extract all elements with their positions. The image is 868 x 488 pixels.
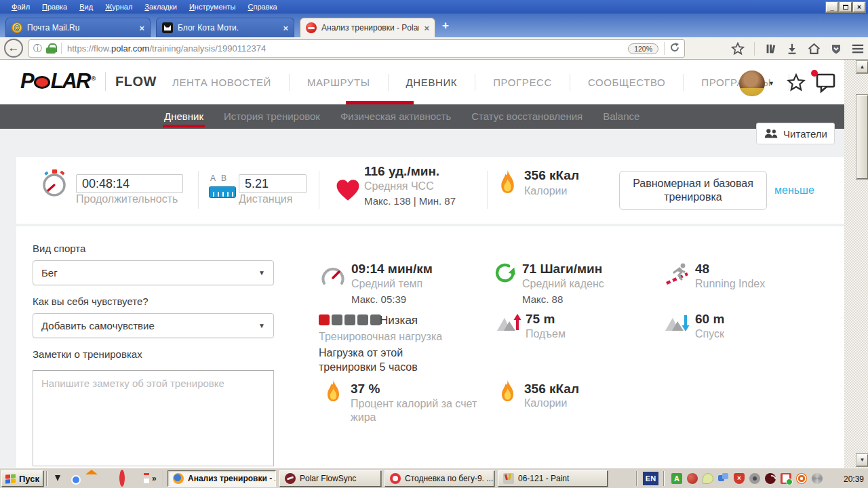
tab-mail-ru[interactable]: @ Почта Mail.Ru ×: [5, 18, 151, 37]
zoom-level-badge[interactable]: 120%: [628, 43, 658, 54]
fat-flame-icon: [326, 380, 341, 405]
tray-sync-check-icon[interactable]: [781, 473, 791, 484]
back-button[interactable]: ←: [4, 39, 23, 58]
subnav-diary[interactable]: Дневник: [163, 106, 205, 127]
sport-select[interactable]: Бег ▼: [33, 260, 274, 285]
readers-button[interactable]: Читатели: [756, 123, 835, 144]
tab-close-icon[interactable]: ×: [139, 24, 144, 33]
scrollbar-down-button[interactable]: ▼: [856, 454, 868, 466]
subnav-history[interactable]: История тренировок: [222, 106, 321, 127]
distance-input[interactable]: [239, 174, 307, 193]
task-button-firefox[interactable]: Анализ тренировки - ...: [167, 470, 276, 487]
training-type-button[interactable]: Равномерная и базовая тренировка: [619, 171, 767, 210]
tab-title: Анализ тренировки - Polar F...: [321, 23, 419, 33]
bookmark-star-icon[interactable]: [731, 42, 745, 56]
firefox-icon: [173, 473, 184, 484]
tray-target-icon[interactable]: [796, 473, 807, 484]
new-tab-button[interactable]: +: [442, 19, 449, 33]
task-label: 06-121 - Paint: [518, 474, 569, 483]
notes-textarea[interactable]: [33, 370, 274, 466]
subnav-recovery[interactable]: Статус восстановления: [470, 106, 584, 127]
messages-bubble-icon[interactable]: [814, 72, 837, 94]
window-minimize-button[interactable]: _: [826, 2, 838, 12]
quicklaunch-opera-icon[interactable]: [119, 470, 125, 487]
feeling-select-value: Добавить самочувствие: [41, 320, 155, 331]
taskbar-clock: 20:39: [844, 474, 864, 484]
feeling-select[interactable]: Добавить самочувствие ▼: [33, 313, 274, 338]
pocket-shield-icon[interactable]: [830, 43, 842, 55]
distance-ruler-icon: [209, 186, 236, 201]
menu-view[interactable]: Вид: [73, 1, 99, 13]
sport-label: Вид спорта: [33, 243, 85, 254]
menu-bookmarks[interactable]: Закладки: [138, 1, 183, 13]
library-icon[interactable]: [764, 43, 776, 55]
favorite-star-icon[interactable]: [787, 73, 806, 95]
cadence-max: Макс. 88: [522, 293, 563, 305]
show-less-link[interactable]: меньше: [774, 184, 814, 197]
page-scrollbar[interactable]: ▲ ▼: [844, 60, 868, 468]
notification-dot: [811, 70, 818, 77]
nav-routes[interactable]: МАРШРУТЫ: [290, 74, 389, 91]
menu-tools[interactable]: Инструменты: [183, 1, 242, 13]
window-close-button[interactable]: ×: [853, 2, 865, 12]
nav-progress[interactable]: ПРОГРЕСС: [475, 74, 570, 91]
tray-swirl-icon[interactable]: [765, 473, 776, 484]
subnav-activity[interactable]: Физическая активность: [339, 106, 452, 127]
tray-webcam-icon[interactable]: [749, 473, 760, 484]
people-icon: [764, 128, 778, 139]
flow-wordmark: FLOW: [115, 74, 157, 89]
downloads-icon[interactable]: [786, 43, 798, 55]
tray-shield-icon[interactable]: ×: [734, 473, 745, 484]
user-avatar[interactable]: [739, 70, 765, 96]
task-button-paint[interactable]: 06-121 - Paint: [498, 470, 608, 487]
calories2-flame-icon: [500, 380, 515, 405]
duration-input[interactable]: [76, 174, 183, 193]
scrollbar-up-button[interactable]: ▲: [856, 61, 868, 73]
tab-close-icon[interactable]: ×: [283, 24, 288, 33]
ascent-label: Подъем: [526, 328, 566, 340]
menu-file[interactable]: Файл: [5, 1, 36, 13]
quicklaunch-overflow-chevron[interactable]: »: [152, 474, 157, 483]
tray-leaf-icon[interactable]: [703, 473, 713, 484]
reload-icon[interactable]: [669, 42, 680, 56]
task-button-flowsync[interactable]: Polar FlowSync: [279, 470, 381, 487]
browser-toolbar-icons: [731, 39, 864, 58]
tab-cat-blog[interactable]: Блог Кота Моти. ×: [156, 18, 294, 37]
window-controls: _ ×: [826, 2, 865, 12]
heart-icon: [335, 178, 361, 204]
descent-mountain-icon: [665, 313, 690, 335]
nav-diary[interactable]: ДНЕВНИК: [389, 74, 476, 91]
cat-favicon-icon: [162, 22, 173, 33]
hamburger-menu-icon[interactable]: [852, 43, 864, 54]
site-info-icon[interactable]: ⓘ: [33, 43, 42, 55]
training-load-squares: [319, 314, 383, 328]
https-lock-icon[interactable]: [46, 43, 56, 54]
screen: Файл Правка Вид Журнал Закладки Инструме…: [0, 0, 868, 488]
menu-help[interactable]: Справка: [242, 1, 283, 13]
nav-feed[interactable]: ЛЕНТА НОВОСТЕЙ: [155, 74, 290, 91]
tab-close-icon[interactable]: ×: [424, 24, 429, 33]
polar-logo-o: [34, 76, 50, 89]
avatar-caret-icon[interactable]: ▼: [768, 80, 774, 87]
menu-edit[interactable]: Правка: [36, 1, 73, 13]
url-field[interactable]: ⓘ https://flow.polar.com/training/analys…: [28, 39, 685, 58]
language-indicator[interactable]: EN: [643, 472, 658, 485]
tab-polar-analysis[interactable]: Анализ тренировки - Polar F... ×: [300, 18, 435, 37]
tray-network-icon[interactable]: [718, 473, 729, 484]
nav-community[interactable]: СООБЩЕСТВО: [570, 74, 684, 91]
tray-shell-icon[interactable]: [812, 473, 823, 484]
home-icon[interactable]: [808, 43, 821, 55]
start-button[interactable]: Пуск: [1, 470, 43, 487]
polar-logo[interactable]: PLAR® FLOW: [20, 69, 157, 94]
tray-bug-icon[interactable]: [687, 473, 698, 484]
tray-antivirus-icon[interactable]: A: [671, 473, 682, 484]
url-text: https://flow.polar.com/training/analysis…: [67, 43, 628, 54]
task-button-opera[interactable]: Стодневка по бегу-9. ...: [384, 470, 494, 487]
subnav-balance[interactable]: Balance: [601, 106, 641, 127]
tab-title: Блог Кота Моти.: [178, 23, 278, 33]
cadence-label: Средний каденс: [522, 278, 604, 290]
scrollbar-thumb[interactable]: [856, 95, 868, 179]
ab-markers: AB: [210, 174, 232, 183]
window-restore-button[interactable]: [840, 2, 852, 12]
menu-history[interactable]: Журнал: [99, 1, 138, 13]
